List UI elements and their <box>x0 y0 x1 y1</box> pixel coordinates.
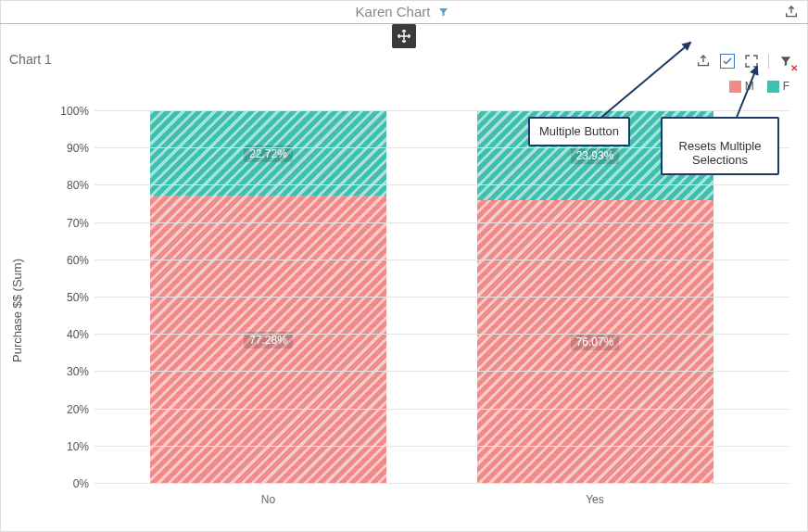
y-tick: 40% <box>44 328 89 341</box>
y-tick: 20% <box>44 403 89 416</box>
chart-title: Chart 1 <box>9 52 799 67</box>
dashboard-title-wrap: Karen Chart <box>356 0 453 24</box>
legend-item-f[interactable]: F <box>767 80 789 93</box>
gridline <box>95 446 789 447</box>
chart-toolbar: ✕ <box>694 52 795 70</box>
chart-panel-header: Chart 1 ✕ M F <box>0 48 808 93</box>
gridline <box>95 409 789 410</box>
y-tick: 30% <box>44 365 89 378</box>
y-tick: 60% <box>44 254 89 267</box>
y-tick: 50% <box>44 291 89 304</box>
bar-yes-m-label: 76.07% <box>571 334 620 350</box>
gridline <box>95 371 789 372</box>
export-chart-icon[interactable] <box>694 52 713 70</box>
y-axis-label: Purchase $$ (Sum) <box>10 259 24 362</box>
callout-multiple-button: Multiple Button <box>528 117 630 146</box>
x-tick-no: No <box>261 493 275 506</box>
bar-yes-f-label: 23.93% <box>571 147 620 164</box>
gridline <box>95 222 789 223</box>
y-tick: 10% <box>44 440 89 453</box>
reset-filter-icon[interactable]: ✕ <box>776 52 795 70</box>
y-tick: 90% <box>44 142 89 155</box>
y-tick: 80% <box>44 179 89 192</box>
legend-swatch-m <box>729 81 741 93</box>
bar-no-f: 22.72% <box>150 111 386 196</box>
gridline <box>95 297 789 298</box>
toolbar-separator <box>768 54 769 69</box>
gridline <box>95 483 789 484</box>
y-tick: 70% <box>44 217 89 230</box>
gridline <box>95 184 789 185</box>
gridline <box>95 260 789 260</box>
y-tick: 100% <box>44 105 89 118</box>
y-tick: 0% <box>44 477 89 490</box>
export-dashboard-icon[interactable] <box>782 3 801 21</box>
app-header: Karen Chart <box>0 0 808 24</box>
legend-label-f: F <box>783 80 789 93</box>
legend-swatch-f <box>767 81 779 93</box>
callout-reset-selections: Resets Multiple Selections <box>661 117 779 175</box>
bar-no-m: 77.28% <box>150 196 386 484</box>
move-handle-icon[interactable] <box>392 24 416 48</box>
multiple-select-button[interactable] <box>720 54 735 69</box>
x-axis: No Yes <box>95 488 789 510</box>
legend: M F <box>729 80 789 93</box>
dashboard-filter-icon[interactable] <box>434 3 452 21</box>
gridline <box>95 334 789 335</box>
bar-col-no[interactable]: 77.28% 22.72% <box>150 111 386 484</box>
x-tick-yes: Yes <box>586 493 604 506</box>
dashboard-title: Karen Chart <box>356 0 431 24</box>
bar-yes-m: 76.07% <box>477 200 713 484</box>
gridline <box>95 110 789 111</box>
